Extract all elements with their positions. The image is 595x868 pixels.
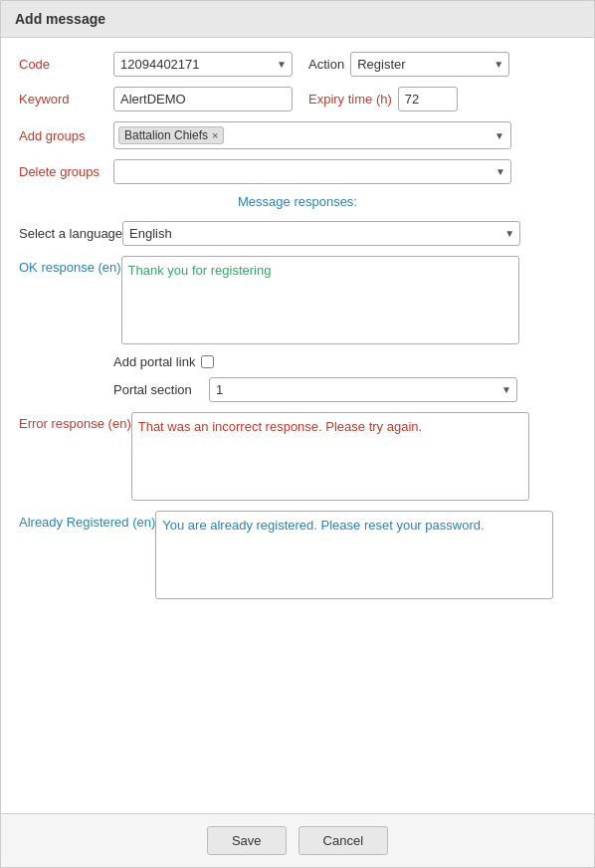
already-registered-label: Already Registered (en)	[19, 511, 155, 530]
code-label: Code	[19, 57, 113, 72]
portal-section-select[interactable]: 1 2 3	[209, 377, 517, 402]
add-groups-chevron-icon: ▼	[495, 130, 504, 141]
add-groups-label: Add groups	[19, 128, 113, 143]
add-groups-select[interactable]: Battalion Chiefs × ▼	[113, 121, 511, 149]
error-response-label: Error response (en)	[19, 412, 131, 431]
expiry-input[interactable]	[398, 87, 458, 111]
ok-response-label: OK response (en)	[19, 256, 121, 275]
add-message-dialog: Add message Code 12094402171 ▼ Action Re…	[0, 0, 595, 868]
keyword-input[interactable]	[113, 87, 293, 111]
portal-section-label: Portal section	[113, 382, 203, 397]
ok-response-textarea[interactable]: Thank you for registering	[121, 256, 519, 344]
add-portal-link-row: Add portal link	[113, 354, 576, 369]
expiry-group: Expiry time (h)	[308, 87, 458, 111]
language-select-wrapper: English Spanish French ▼	[122, 221, 520, 246]
message-responses-title: Message responses:	[19, 194, 576, 209]
already-registered-textarea[interactable]: You are already registered. Please reset…	[155, 511, 553, 599]
code-select-wrapper: 12094402171 ▼	[113, 52, 293, 77]
add-groups-row: Add groups Battalion Chiefs × ▼	[19, 121, 576, 149]
error-response-row: Error response (en) That was an incorrec…	[19, 412, 576, 501]
language-select[interactable]: English Spanish French	[122, 221, 520, 246]
dialog-body: Code 12094402171 ▼ Action Register Unreg…	[1, 38, 594, 813]
error-response-textarea[interactable]: That was an incorrect response. Please t…	[131, 412, 529, 501]
code-select[interactable]: 12094402171	[113, 52, 293, 77]
delete-groups-label: Delete groups	[19, 164, 113, 179]
portal-section-select-wrapper: 1 2 3 ▼	[209, 377, 517, 402]
tag-remove-icon[interactable]: ×	[212, 129, 218, 141]
tag-label: Battalion Chiefs	[124, 128, 208, 142]
add-portal-link-label: Add portal link	[113, 354, 195, 369]
code-action-row: Code 12094402171 ▼ Action Register Unreg…	[19, 52, 576, 77]
select-language-label: Select a language	[19, 226, 122, 241]
delete-groups-select[interactable]	[113, 159, 511, 184]
delete-groups-select-wrapper: ▼	[113, 159, 511, 184]
cancel-button[interactable]: Cancel	[298, 826, 388, 855]
action-group: Action Register Unregister Update ▼	[308, 52, 509, 77]
dialog-title: Add message	[1, 1, 594, 38]
language-row: Select a language English Spanish French…	[19, 221, 576, 246]
portal-section-row: Portal section 1 2 3 ▼	[113, 377, 576, 402]
save-button[interactable]: Save	[207, 826, 287, 855]
battalion-chiefs-tag: Battalion Chiefs ×	[118, 126, 224, 144]
keyword-label: Keyword	[19, 92, 113, 107]
already-registered-row: Already Registered (en) You are already …	[19, 511, 576, 599]
dialog-footer: Save Cancel	[1, 813, 594, 867]
ok-response-row: OK response (en) Thank you for registeri…	[19, 256, 576, 344]
action-select-wrapper: Register Unregister Update ▼	[350, 52, 509, 77]
action-label: Action	[308, 57, 344, 72]
keyword-expiry-row: Keyword Expiry time (h)	[19, 87, 576, 111]
delete-groups-row: Delete groups ▼	[19, 159, 576, 184]
expiry-label: Expiry time (h)	[308, 92, 392, 107]
action-select[interactable]: Register Unregister Update	[350, 52, 509, 77]
add-portal-link-checkbox[interactable]	[201, 355, 214, 368]
